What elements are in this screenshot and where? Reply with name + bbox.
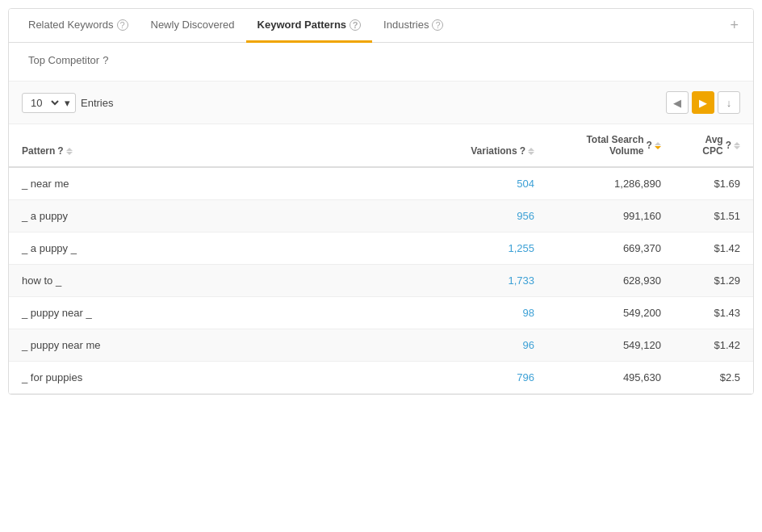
col-volume-label: Total Search Volume: [560, 134, 644, 157]
variations-link[interactable]: 796: [517, 371, 534, 383]
col-variations-help-icon[interactable]: ?: [520, 145, 525, 157]
tab-top-competitor[interactable]: Top Competitor ?: [20, 49, 116, 71]
add-tab-button[interactable]: +: [723, 10, 745, 40]
table-body: _ near me5041,286,890$1.69_ a puppy95699…: [9, 167, 753, 394]
cell-variations: 504: [444, 167, 547, 200]
keyword-patterns-table: Pattern ? Variations ?: [9, 124, 753, 394]
cell-pattern: _ a puppy: [9, 200, 444, 232]
chevron-down-icon: ▾: [65, 97, 70, 109]
cell-volume: 495,630: [547, 362, 674, 394]
main-container: Related Keywords ? Newly Discovered Keyw…: [8, 8, 754, 395]
entries-select-input[interactable]: 10 25 50 100: [27, 96, 61, 110]
tab-related-keywords[interactable]: Related Keywords ?: [17, 9, 140, 43]
cell-cpc: $1.69: [674, 167, 753, 200]
variations-link[interactable]: 956: [517, 210, 534, 222]
col-volume-help-icon[interactable]: ?: [647, 140, 652, 151]
table-row: _ a puppy956991,160$1.51: [9, 200, 753, 232]
tab-industries[interactable]: Industries ?: [372, 9, 454, 43]
tab-top-competitor-help-icon[interactable]: ?: [103, 54, 108, 66]
cell-volume: 549,120: [547, 329, 674, 362]
cell-pattern: _ a puppy _: [9, 232, 444, 265]
variations-link[interactable]: 1,255: [508, 242, 534, 254]
variations-link[interactable]: 1,733: [508, 274, 534, 287]
entries-label: Entries: [81, 97, 113, 109]
sort-down-active-icon: [655, 146, 661, 149]
cell-pattern: _ puppy near _: [9, 297, 444, 329]
tab-related-keywords-label: Related Keywords: [28, 19, 114, 31]
variations-link[interactable]: 98: [523, 307, 534, 319]
col-header-cpc: Avg CPC ?: [674, 124, 753, 167]
tab-related-keywords-help-icon[interactable]: ?: [117, 19, 128, 31]
cell-volume: 1,286,890: [547, 167, 674, 200]
tab-newly-discovered-label: Newly Discovered: [151, 19, 235, 31]
col-variations-sort[interactable]: [528, 148, 534, 155]
table-row: _ near me5041,286,890$1.69: [9, 167, 753, 200]
variations-link[interactable]: 504: [517, 178, 534, 190]
entries-select: 10 25 50 100 ▾ Entries: [22, 93, 113, 113]
cell-pattern: _ puppy near me: [9, 329, 444, 362]
tab-bar: Related Keywords ? Newly Discovered Keyw…: [9, 9, 753, 43]
tab-industries-label: Industries: [383, 19, 429, 31]
col-cpc-help-icon[interactable]: ?: [726, 140, 731, 151]
cell-cpc: $1.51: [674, 200, 753, 232]
sort-down-icon: [528, 152, 534, 155]
sort-up-icon: [655, 142, 661, 145]
variations-link[interactable]: 96: [523, 339, 534, 351]
download-button[interactable]: ↓: [718, 91, 740, 114]
sort-up-icon: [734, 142, 740, 145]
tab-top-competitor-label: Top Competitor: [28, 54, 99, 66]
table-row: _ puppy near me96549,120$1.42: [9, 329, 753, 362]
cell-pattern: how to _: [9, 265, 444, 297]
cell-cpc: $1.42: [674, 329, 753, 362]
table-row: _ a puppy _1,255669,370$1.42: [9, 232, 753, 265]
col-volume-sort[interactable]: [655, 142, 661, 149]
cell-volume: 991,160: [547, 200, 674, 232]
cell-cpc: $1.43: [674, 297, 753, 329]
cell-variations: 956: [444, 200, 547, 232]
col-cpc-label: Avg CPC: [687, 134, 723, 157]
table-row: _ puppy near _98549,200$1.43: [9, 297, 753, 329]
cell-cpc: $1.42: [674, 232, 753, 265]
tab-keyword-patterns[interactable]: Keyword Patterns ?: [246, 9, 373, 43]
tab-keyword-patterns-help-icon[interactable]: ?: [350, 19, 361, 31]
col-pattern-help-icon[interactable]: ?: [57, 145, 63, 157]
cell-variations: 796: [444, 362, 547, 394]
tab-keyword-patterns-label: Keyword Patterns: [257, 19, 347, 31]
cell-volume: 549,200: [547, 297, 674, 329]
cell-volume: 669,370: [547, 232, 674, 265]
controls-row: 10 25 50 100 ▾ Entries ◀ ▶ ↓: [9, 82, 753, 124]
second-tab-bar: Top Competitor ?: [9, 43, 753, 82]
col-variations-label: Variations: [471, 145, 517, 157]
cell-cpc: $1.29: [674, 265, 753, 297]
sort-up-icon: [66, 148, 73, 151]
cell-volume: 628,930: [547, 265, 674, 297]
sort-down-icon: [66, 152, 73, 155]
table-row: _ for puppies796495,630$2.5: [9, 362, 753, 394]
sort-up-icon: [528, 148, 534, 151]
cell-variations: 98: [444, 297, 547, 329]
cell-pattern: _ for puppies: [9, 362, 444, 394]
col-header-variations: Variations ?: [444, 124, 547, 167]
cell-variations: 1,255: [444, 232, 547, 265]
cell-pattern: _ near me: [9, 167, 444, 200]
cell-variations: 1,733: [444, 265, 547, 297]
next-page-button[interactable]: ▶: [692, 91, 714, 114]
tab-industries-help-icon[interactable]: ?: [432, 19, 443, 31]
col-cpc-sort[interactable]: [734, 142, 740, 149]
tab-newly-discovered[interactable]: Newly Discovered: [140, 9, 246, 43]
cell-variations: 96: [444, 329, 547, 362]
col-header-pattern: Pattern ?: [9, 124, 444, 167]
cell-cpc: $2.5: [674, 362, 753, 394]
col-pattern-sort[interactable]: [66, 148, 73, 155]
col-header-volume: Total Search Volume ?: [547, 124, 674, 167]
entries-dropdown[interactable]: 10 25 50 100 ▾: [22, 93, 76, 113]
prev-page-button[interactable]: ◀: [666, 91, 689, 114]
sort-down-icon: [734, 146, 740, 149]
table-row: how to _1,733628,930$1.29: [9, 265, 753, 297]
table-header-row: Pattern ? Variations ?: [9, 124, 753, 167]
col-pattern-label: Pattern: [22, 145, 55, 157]
controls-right: ◀ ▶ ↓: [666, 91, 740, 114]
